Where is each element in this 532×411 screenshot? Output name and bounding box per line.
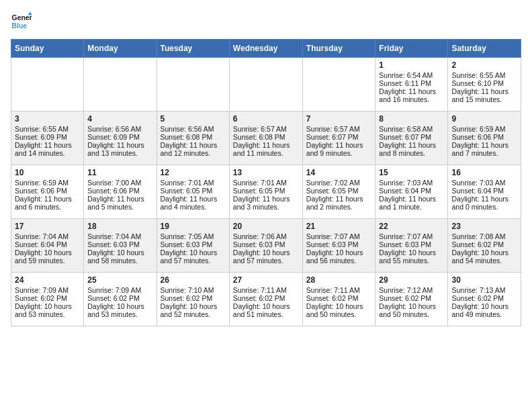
day-info: Sunrise: 7:08 AM: [451, 232, 517, 240]
calendar-cell: 5Sunrise: 6:56 AMSunset: 6:08 PMDaylight…: [157, 111, 229, 165]
day-info: Daylight: 10 hours and 55 minutes.: [379, 248, 444, 265]
day-number: 2: [451, 60, 517, 70]
day-info: Sunset: 6:02 PM: [233, 294, 299, 302]
day-number: 1: [379, 60, 444, 70]
day-info: Daylight: 10 hours and 52 minutes.: [161, 302, 226, 318]
day-info: Daylight: 11 hours and 14 minutes.: [15, 141, 80, 157]
day-info: Daylight: 10 hours and 56 minutes.: [306, 248, 372, 265]
day-info: Daylight: 11 hours and 16 minutes.: [379, 87, 444, 103]
calendar-cell: 17Sunrise: 7:04 AMSunset: 6:04 PMDayligh…: [11, 219, 84, 273]
day-info: Sunset: 6:05 PM: [233, 187, 299, 195]
svg-text:Blue: Blue: [12, 22, 28, 30]
day-info: Sunrise: 7:10 AM: [161, 286, 226, 294]
day-info: Sunrise: 7:06 AM: [233, 232, 299, 240]
day-number: 17: [15, 222, 80, 231]
day-info: Sunset: 6:02 PM: [451, 240, 517, 248]
day-number: 23: [451, 222, 517, 231]
day-number: 30: [451, 275, 517, 285]
day-info: Sunrise: 7:13 AM: [451, 286, 517, 294]
calendar-week-row: 10Sunrise: 6:59 AMSunset: 6:06 PMDayligh…: [11, 165, 521, 219]
day-number: 27: [233, 275, 299, 285]
day-info: Daylight: 11 hours and 3 minutes.: [233, 195, 299, 211]
day-info: Sunset: 6:06 PM: [15, 187, 80, 195]
day-info: Sunrise: 6:56 AM: [87, 125, 152, 133]
day-number: 18: [87, 222, 152, 231]
col-header-friday: Friday: [375, 40, 448, 58]
calendar-cell: 10Sunrise: 6:59 AMSunset: 6:06 PMDayligh…: [11, 165, 84, 219]
day-number: 16: [451, 168, 517, 177]
page-header: General Blue: [11, 11, 521, 32]
calendar-cell: 25Sunrise: 7:09 AMSunset: 6:02 PMDayligh…: [84, 273, 157, 326]
day-info: Sunset: 6:10 PM: [451, 79, 517, 87]
day-info: Sunrise: 6:56 AM: [161, 125, 226, 133]
calendar-cell: [229, 58, 302, 111]
calendar-week-row: 17Sunrise: 7:04 AMSunset: 6:04 PMDayligh…: [11, 219, 521, 273]
day-info: Sunset: 6:08 PM: [233, 133, 299, 141]
day-info: Sunrise: 7:09 AM: [87, 286, 152, 294]
day-info: Sunrise: 7:04 AM: [15, 232, 80, 240]
day-info: Sunrise: 7:01 AM: [161, 179, 226, 187]
calendar-cell: [11, 58, 84, 111]
day-number: 13: [233, 168, 299, 177]
day-number: 22: [379, 222, 444, 231]
calendar-cell: 22Sunrise: 7:07 AMSunset: 6:03 PMDayligh…: [375, 219, 448, 273]
logo-icon: General Blue: [11, 11, 32, 32]
day-info: Daylight: 10 hours and 53 minutes.: [87, 302, 152, 318]
calendar-cell: [157, 58, 229, 111]
day-number: 10: [15, 168, 80, 177]
day-info: Daylight: 11 hours and 1 minute.: [379, 195, 444, 211]
calendar-cell: 14Sunrise: 7:02 AMSunset: 6:05 PMDayligh…: [302, 165, 375, 219]
calendar-cell: 6Sunrise: 6:57 AMSunset: 6:08 PMDaylight…: [229, 111, 302, 165]
day-info: Sunset: 6:03 PM: [233, 240, 299, 248]
calendar-cell: 28Sunrise: 7:11 AMSunset: 6:02 PMDayligh…: [302, 273, 375, 326]
day-info: Sunset: 6:02 PM: [379, 294, 444, 302]
calendar-week-row: 1Sunrise: 6:54 AMSunset: 6:11 PMDaylight…: [11, 58, 521, 111]
day-number: 25: [87, 275, 152, 285]
day-info: Daylight: 10 hours and 57 minutes.: [161, 248, 226, 265]
day-number: 21: [306, 222, 372, 231]
calendar-week-row: 24Sunrise: 7:09 AMSunset: 6:02 PMDayligh…: [11, 273, 521, 326]
day-info: Daylight: 11 hours and 13 minutes.: [87, 141, 152, 157]
day-info: Sunset: 6:05 PM: [306, 187, 372, 195]
day-info: Sunset: 6:06 PM: [87, 187, 152, 195]
calendar-cell: 26Sunrise: 7:10 AMSunset: 6:02 PMDayligh…: [157, 273, 229, 326]
day-info: Sunset: 6:07 PM: [379, 133, 444, 141]
calendar-cell: 23Sunrise: 7:08 AMSunset: 6:02 PMDayligh…: [448, 219, 521, 273]
day-number: 9: [451, 114, 517, 124]
day-info: Sunrise: 7:11 AM: [233, 286, 299, 294]
day-info: Daylight: 10 hours and 53 minutes.: [15, 302, 80, 318]
calendar-cell: 8Sunrise: 6:58 AMSunset: 6:07 PMDaylight…: [375, 111, 448, 165]
day-info: Daylight: 11 hours and 7 minutes.: [451, 141, 517, 157]
day-info: Daylight: 10 hours and 59 minutes.: [15, 248, 80, 265]
col-header-wednesday: Wednesday: [229, 40, 302, 58]
calendar-cell: 2Sunrise: 6:55 AMSunset: 6:10 PMDaylight…: [448, 58, 521, 111]
day-number: 24: [15, 275, 80, 285]
day-info: Sunset: 6:04 PM: [379, 187, 444, 195]
day-info: Sunrise: 7:07 AM: [379, 232, 444, 240]
day-info: Daylight: 10 hours and 51 minutes.: [233, 302, 299, 318]
day-info: Daylight: 11 hours and 15 minutes.: [451, 87, 517, 103]
calendar-cell: 20Sunrise: 7:06 AMSunset: 6:03 PMDayligh…: [229, 219, 302, 273]
day-info: Daylight: 10 hours and 57 minutes.: [233, 248, 299, 265]
calendar-cell: 16Sunrise: 7:03 AMSunset: 6:04 PMDayligh…: [448, 165, 521, 219]
day-info: Sunrise: 7:12 AM: [379, 286, 444, 294]
calendar-cell: 12Sunrise: 7:01 AMSunset: 6:05 PMDayligh…: [157, 165, 229, 219]
svg-marker-2: [28, 12, 32, 15]
day-info: Sunset: 6:03 PM: [306, 240, 372, 248]
col-header-saturday: Saturday: [448, 40, 521, 58]
day-number: 5: [161, 114, 226, 124]
calendar-cell: 9Sunrise: 6:59 AMSunset: 6:06 PMDaylight…: [448, 111, 521, 165]
calendar-cell: 21Sunrise: 7:07 AMSunset: 6:03 PMDayligh…: [302, 219, 375, 273]
day-info: Sunset: 6:09 PM: [15, 133, 80, 141]
day-info: Daylight: 10 hours and 49 minutes.: [451, 302, 517, 318]
day-info: Sunrise: 6:54 AM: [379, 71, 444, 79]
day-info: Sunset: 6:04 PM: [451, 187, 517, 195]
day-info: Sunset: 6:04 PM: [15, 240, 80, 248]
day-info: Sunrise: 7:04 AM: [87, 232, 152, 240]
day-number: 28: [306, 275, 372, 285]
day-info: Sunset: 6:08 PM: [161, 133, 226, 141]
day-number: 12: [161, 168, 226, 177]
calendar-cell: [84, 58, 157, 111]
day-info: Sunrise: 6:59 AM: [451, 125, 517, 133]
day-info: Sunset: 6:11 PM: [379, 79, 444, 87]
